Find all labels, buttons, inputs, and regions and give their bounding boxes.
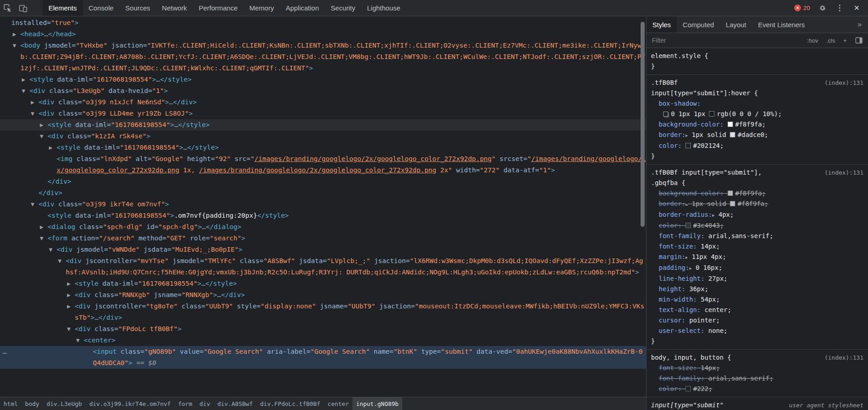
css-property[interactable]: cursor: pointer; [651,315,863,326]
tab-application[interactable]: Application [280,0,325,16]
color-swatch-icon[interactable] [730,132,735,137]
collapse-arrow-icon[interactable]: ▼ [40,233,43,244]
node-menu-icon[interactable]: … [3,346,7,357]
tab-performance[interactable]: Performance [193,0,244,16]
tree-node[interactable]: <style data-iml="1617068198554">.om7nvf{… [0,210,646,221]
css-property[interactable]: text-align: center; [651,305,863,315]
tab-security[interactable]: Security [325,0,361,16]
computed-sidebar-toggle-button[interactable] [854,37,864,44]
css-property[interactable]: font-size: 14px; [651,241,863,252]
css-property[interactable]: color: #202124; [651,141,863,151]
crumb-div-o3j99-ikrt4e-om7nvf[interactable]: div.o3j99.ikrT4e.om7nvf [86,397,174,410]
color-swatch-icon[interactable] [730,201,735,206]
shorthand-expand-icon[interactable]: ▸ [685,201,688,207]
sidebar-tab-layout[interactable]: Layout [720,16,752,33]
css-property[interactable]: color: #222; [651,384,863,394]
selector-text[interactable]: input[type="submit"]:hover { [651,89,758,97]
css-property[interactable]: color: #3c4043; [651,220,863,231]
crumb-div-l3eugb[interactable]: div.L3eUgb [43,397,86,410]
sidebar-tab-styles[interactable]: Styles [646,16,677,33]
tab-network[interactable]: Network [156,0,193,16]
selector-text[interactable]: .gbqfba { [651,179,685,186]
css-property[interactable]: border-radius:▸ 4px; [651,210,863,220]
tree-node[interactable]: ▶<style data-iml="1617068198554">…</styl… [0,142,646,153]
tree-node[interactable]: ▶<div class="o3j99 n1xJcf Ne6nSd">…</div… [0,97,646,108]
crumb-center[interactable]: center [324,397,352,410]
color-swatch-icon[interactable] [728,122,733,127]
shorthand-expand-icon[interactable]: ▸ [685,132,688,138]
collapse-arrow-icon[interactable]: ▼ [76,335,80,346]
tree-node[interactable]: ▶<div class="RNNXgb" jsname="RNNXgb">…</… [0,289,646,301]
css-property[interactable]: min-width: 54px; [651,294,863,305]
expand-arrow-icon[interactable]: ▶ [22,74,25,85]
tree-node[interactable]: ▼<div class="o3j99 LLD4me yr19Zb LS8OJ"> [0,108,646,119]
css-property[interactable]: border:▸ 1px solid #f8f9fa; [651,199,863,210]
tab-memory[interactable]: Memory [244,0,280,16]
color-swatch-icon[interactable] [709,111,714,117]
crumb-div-fpdolc-tfb0bf[interactable]: div.FPdoLc.tfB0Bf [256,397,324,410]
error-badge[interactable]: × 20 [791,5,813,11]
tree-node[interactable]: ▼<center> [0,335,646,346]
shorthand-expand-icon[interactable]: ▸ [685,254,688,260]
settings-button[interactable] [815,4,830,12]
css-property[interactable]: padding:▸ 0 16px; [651,263,863,273]
color-swatch-icon[interactable] [685,223,691,228]
color-swatch-icon[interactable] [728,190,733,196]
css-property[interactable]: box-shadow:0 1px 1px rgb(0 0 0 / 10%); [651,98,863,119]
tree-node[interactable]: ▼<div class="FPdoLc tfB0Bf"> [0,323,646,335]
expand-arrow-icon[interactable]: ▶ [67,278,71,289]
crumb-input-gno89b[interactable]: input.gNO89b [352,397,402,410]
selector-text[interactable]: .tfB0Bf [651,79,678,86]
tree-node[interactable]: ▶<dialog class="spch-dlg" id="spch-dlg">… [0,221,646,233]
tab-sources[interactable]: Sources [120,0,156,16]
css-property[interactable]: height: 36px; [651,284,863,294]
tree-node[interactable]: ▼<div class="L3eUgb" data-hveid="1"> [0,85,646,97]
crumb-form[interactable]: form [174,397,196,410]
tab-lighthouse[interactable]: Lighthouse [361,0,406,16]
css-property[interactable]: font-family: arial,sans-serif; [651,373,863,384]
close-devtools-button[interactable]: × [849,3,864,13]
filter-button--[interactable]: + [842,36,848,45]
crumb-body[interactable]: body [21,397,43,410]
expand-arrow-icon[interactable]: ▶ [67,289,71,301]
tree-node[interactable]: ▼<div jscontroller="mvYTse" jsmodel="TMl… [0,255,646,278]
collapse-arrow-icon[interactable]: ▼ [31,199,34,210]
css-property[interactable]: line-height: 27px; [651,273,863,284]
collapse-arrow-icon[interactable]: ▼ [31,108,34,119]
css-property[interactable]: margin:▸ 11px 4px; [651,252,863,263]
selector-text[interactable]: .tfB0Bf input[type="submit"], [651,169,762,176]
collapse-arrow-icon[interactable]: ▼ [49,244,53,255]
collapse-arrow-icon[interactable]: ▼ [40,131,43,142]
elements-scrollbar[interactable] [641,22,645,227]
crumb-html[interactable]: html [0,397,21,410]
stylesheet-link[interactable]: (index):131 [825,78,863,88]
collapse-arrow-icon[interactable]: ▼ [58,255,62,267]
tree-node[interactable]: ▼<div jsmodel="vWNDde" jsdata="MuIEvd;_;… [0,244,646,255]
selector-text[interactable]: body, input, button { [651,354,731,361]
tree-node[interactable]: ▼<div class="o3j99 ikrT4e om7nvf"> [0,199,646,210]
sidebar-tab-computed[interactable]: Computed [677,16,720,33]
shadow-editor-icon[interactable] [663,112,668,117]
expand-arrow-icon[interactable]: ▶ [49,142,53,153]
styles-filter-input[interactable]: Filter [650,37,805,44]
stylesheet-link[interactable]: (index):131 [825,167,863,178]
device-toolbar-button[interactable] [15,0,31,16]
tree-node[interactable]: </div> [0,187,646,199]
tree-node[interactable]: …<input class="gNO89b" value="Google Sea… [0,346,646,369]
color-swatch-icon[interactable] [685,143,691,148]
tab-console[interactable]: Console [83,0,120,16]
selector-text[interactable]: element.style { [651,52,708,59]
tree-node[interactable]: ▶<head>…</head> [0,29,646,40]
tree-node[interactable]: ▶<style data-iml="1617068198554">…</styl… [0,278,646,289]
tab-elements[interactable]: Elements [43,0,83,16]
color-swatch-icon[interactable] [685,386,691,391]
tree-node[interactable]: ▶<style data-iml="1617068198554">…</styl… [0,74,646,85]
tree-node[interactable]: ▼<form action="/search" method="GET" rol… [0,233,646,244]
expand-arrow-icon[interactable]: ▶ [67,301,71,312]
collapse-arrow-icon[interactable]: ▼ [67,323,71,335]
tree-node[interactable]: ▶<div jscontroller="tg8oTe" class="UUbT9… [0,301,646,323]
more-tabs-button[interactable]: » [851,16,868,33]
expand-arrow-icon[interactable]: ▶ [13,29,16,40]
collapse-arrow-icon[interactable]: ▼ [22,85,25,97]
css-property[interactable]: background-color: #f8f9fa; [651,188,863,199]
